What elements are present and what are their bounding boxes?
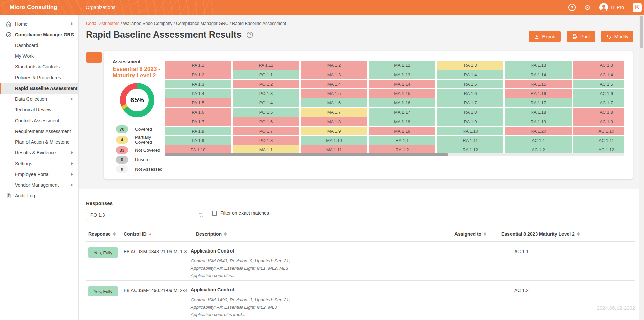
sidebar-item-dashboard[interactable]: Dashboard <box>0 40 78 51</box>
sidebar-item-audit-log[interactable]: Audit Log <box>0 190 78 201</box>
sidebar-item-technical-review[interactable]: Technical Review <box>0 104 78 115</box>
matrix-cell-ra-1-19[interactable]: RA 1.19 <box>505 117 572 126</box>
matrix-cell-pa-1-1[interactable]: PA 1.1 <box>165 61 231 70</box>
filter-exact-toggle[interactable]: Filter on exact matches <box>212 210 269 216</box>
matrix-cell-po-1-8[interactable]: PO 1.8 <box>233 136 299 145</box>
matrix-cell-ma-1-9[interactable]: MA 1.9 <box>301 127 367 135</box>
matrix-cell-ra-1-11[interactable]: RA 1.11 <box>437 136 503 145</box>
print-button[interactable]: Print <box>567 31 595 42</box>
matrix-cell-ma-1-8[interactable]: MA 1.8 <box>301 117 367 126</box>
matrix-cell-pa-1-4[interactable]: PA 1.4 <box>165 89 231 98</box>
breadcrumb-item[interactable]: Coda Distributors <box>86 21 119 26</box>
matrix-cell-pa-1-5[interactable]: PA 1.5 <box>165 98 231 107</box>
matrix-cell-ma-1-12[interactable]: MA 1.12 <box>369 61 435 70</box>
matrix-cell-ac-1-2[interactable]: AC 1.2 <box>505 145 572 154</box>
matrix-cell-po-1-7[interactable]: PO 1.7 <box>233 127 299 135</box>
matrix-cell-pa-1-9[interactable]: PA 1.9 <box>165 136 231 145</box>
column-header-response[interactable]: Response <box>88 231 116 237</box>
sidebar-item-settings[interactable]: Settings <box>0 158 78 169</box>
matrix-cell-ra-1-7[interactable]: RA 1.7 <box>437 98 503 107</box>
matrix-cell-ac-1-12[interactable]: AC 1.12 <box>573 145 624 154</box>
column-header-essential-8-2023-maturity-level-2[interactable]: Essential 8 2023 Maturity Level 2 <box>501 231 580 237</box>
title-help-icon[interactable]: ? <box>247 32 253 38</box>
column-header-assigned-to[interactable]: Assigned to <box>454 231 486 237</box>
matrix-cell-po-1-3[interactable]: PO 1.3 <box>233 89 299 98</box>
matrix-cell-ac-1-6[interactable]: AC 1.6 <box>573 89 624 98</box>
matrix-cell-ma-1-13[interactable]: MA 1.13 <box>369 70 435 79</box>
matrix-scrollbar-thumb[interactable] <box>165 153 448 156</box>
matrix-cell-ma-1-11[interactable]: MA 1.11 <box>301 145 367 154</box>
matrix-cell-ma-1-4[interactable]: MA 1.4 <box>301 80 367 88</box>
sidebar-item-data-collection[interactable]: Data Collection <box>0 94 78 104</box>
matrix-cell-ac-1-10[interactable]: AC 1.10 <box>573 127 624 135</box>
matrix-cell-ra-1-14[interactable]: RA 1.14 <box>505 70 572 79</box>
matrix-cell-ma-1-1[interactable]: MA 1.1 <box>233 145 299 154</box>
matrix-cell-ma-1-15[interactable]: MA 1.15 <box>369 89 435 98</box>
matrix-cell-po-1-5[interactable]: PO 1.5 <box>233 108 299 117</box>
matrix-cell-ma-1-18[interactable]: MA 1.18 <box>369 117 435 126</box>
search-icon[interactable] <box>198 212 204 218</box>
matrix-cell-ma-1-10[interactable]: MA 1.10 <box>301 136 367 145</box>
matrix-cell-ra-1-2[interactable]: RA 1.2 <box>369 145 435 154</box>
matrix-cell-ac-1-5[interactable]: AC 1.5 <box>573 80 624 88</box>
matrix-cell-po-1-1[interactable]: PO 1.1 <box>233 70 299 79</box>
modify-button[interactable]: Modify <box>601 31 633 42</box>
back-button[interactable]: ← <box>86 52 102 63</box>
matrix-cell-po-1-2[interactable]: PO 1.2 <box>233 80 299 88</box>
sidebar-item-controls-assessment[interactable]: Controls Assessment <box>0 115 78 126</box>
matrix-cell-ma-1-19[interactable]: MA 1.19 <box>369 127 435 135</box>
matrix-cell-ra-1-17[interactable]: RA 1.17 <box>505 98 572 107</box>
matrix-cell-ra-1-4[interactable]: RA 1.4 <box>437 70 503 79</box>
matrix-cell-po-1-4[interactable]: PO 1.4 <box>233 98 299 107</box>
matrix-cell-ra-1-5[interactable]: RA 1.5 <box>437 80 503 88</box>
sidebar-item-employee-portal[interactable]: Employee Portal <box>0 169 78 180</box>
matrix-cell-pa-1-10[interactable]: PA 1.10 <box>165 145 231 154</box>
kaseya-logo-icon[interactable]: K <box>633 3 642 12</box>
matrix-cell-ma-1-6[interactable]: MA 1.6 <box>301 98 367 107</box>
matrix-cell-ra-1-3[interactable]: RA 1.3 <box>437 61 503 70</box>
matrix-cell-ac-1-1[interactable]: AC 1.1 <box>505 136 572 145</box>
matrix-cell-pa-1-6[interactable]: PA 1.6 <box>165 108 231 117</box>
page-scrollbar-thumb[interactable] <box>640 16 643 48</box>
matrix-cell-ra-1-6[interactable]: RA 1.6 <box>437 89 503 98</box>
matrix-cell-ra-1-16[interactable]: RA 1.16 <box>505 89 572 98</box>
sidebar-item-policies-procedures[interactable]: Policies & Procedures <box>0 72 78 83</box>
table-row[interactable]: Yes, FullyE8.AC.ISM-0843.21-09.ML1-3Appl… <box>86 242 635 280</box>
search-input[interactable] <box>86 212 198 218</box>
nav-organizations[interactable]: Organizations <box>86 5 115 10</box>
matrix-cell-ra-1-8[interactable]: RA 1.8 <box>437 108 503 117</box>
matrix-cell-pa-1-11[interactable]: PA 1.11 <box>233 61 299 70</box>
matrix-cell-ra-1-20[interactable]: RA 1.20 <box>505 127 572 135</box>
matrix-cell-ac-1-8[interactable]: AC 1.8 <box>573 108 624 117</box>
matrix-cell-ra-1-18[interactable]: RA 1.18 <box>505 108 572 117</box>
matrix-cell-pa-1-3[interactable]: PA 1.3 <box>165 80 231 88</box>
matrix-cell-po-1-6[interactable]: PO 1.6 <box>233 117 299 126</box>
matrix-cell-ma-1-5[interactable]: MA 1.5 <box>301 89 367 98</box>
sidebar-item-rapid-baseline-assessment[interactable]: Rapid Baseline Assessment <box>0 83 78 94</box>
matrix-cell-ac-1-11[interactable]: AC 1.11 <box>573 136 624 145</box>
matrix-cell-ma-1-2[interactable]: MA 1.2 <box>301 61 367 70</box>
sidebar-item-plan-of-action-milestone[interactable]: Plan of Action & Milestone <box>0 137 78 147</box>
matrix-cell-ac-1-4[interactable]: AC 1.4 <box>573 70 624 79</box>
matrix-cell-ac-1-7[interactable]: AC 1.7 <box>573 98 624 107</box>
matrix-cell-ac-1-9[interactable]: AC 1.9 <box>573 117 624 126</box>
matrix-cell-ra-1-12[interactable]: RA 1.12 <box>437 145 503 154</box>
matrix-cell-ma-1-14[interactable]: MA 1.14 <box>369 80 435 88</box>
sidebar-item-home[interactable]: Home <box>0 18 78 29</box>
column-header-control-id[interactable]: Control ID <box>124 231 152 237</box>
sidebar-item-standards-controls[interactable]: Standards & Controls <box>0 61 78 72</box>
matrix-cell-ma-1-17[interactable]: MA 1.17 <box>369 108 435 117</box>
sidebar-item-compliance-manager-grc[interactable]: Compliance Manager GRC <box>0 29 78 40</box>
sidebar-item-results-evidence[interactable]: Results & Evidence <box>0 147 78 158</box>
matrix-cell-ra-1-10[interactable]: RA 1.10 <box>437 127 503 135</box>
matrix-cell-ma-1-3[interactable]: MA 1.3 <box>301 70 367 79</box>
table-row[interactable]: Yes, FullyE8.AC.ISM-1490.21-09.ML2-3Appl… <box>86 280 635 319</box>
matrix-cell-ra-1-13[interactable]: RA 1.13 <box>505 61 572 70</box>
matrix-cell-pa-1-7[interactable]: PA 1.7 <box>165 117 231 126</box>
matrix-cell-ma-1-16[interactable]: MA 1.16 <box>369 98 435 107</box>
matrix-cell-ac-1-3[interactable]: AC 1.3 <box>573 61 624 70</box>
sidebar-item-requirements-assessment[interactable]: Requirements Assessment <box>0 126 78 137</box>
matrix-cell-ra-1-9[interactable]: RA 1.9 <box>437 117 503 126</box>
help-icon[interactable]: ? <box>568 4 576 11</box>
column-header-description[interactable]: Description <box>196 231 227 237</box>
